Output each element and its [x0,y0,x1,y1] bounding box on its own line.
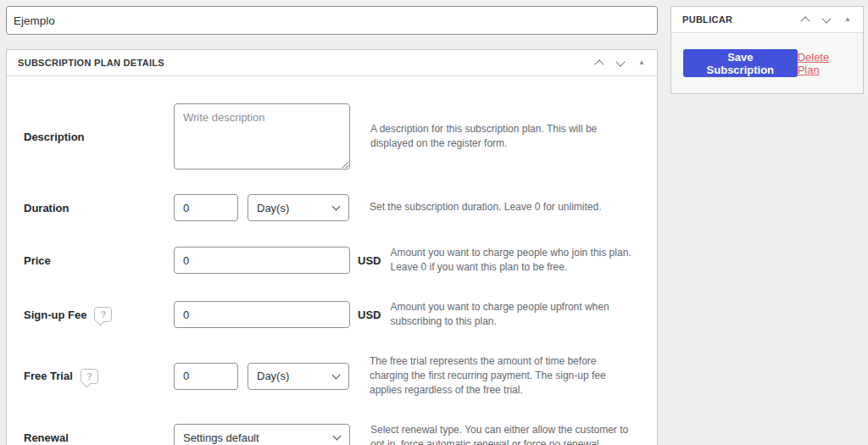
publish-header: PUBLICAR ▲ [671,7,863,33]
free-trial-value-input[interactable] [174,363,238,390]
price-label: Price [17,254,174,267]
duration-help-text: Set the subscription duration. Leave 0 f… [370,200,647,214]
publish-body: Save Subscription Delete Plan [671,33,863,93]
subscription-plan-details-metabox: SUBSCRIPTION PLAN DETAILS ▲ Description … [6,49,658,445]
signup-fee-field [174,301,350,328]
description-field [174,103,350,170]
move-up-icon[interactable] [800,16,810,25]
signup-fee-label: Sign-up Fee ? [17,307,174,322]
form-row-price: Price USD Amount you want to charge peop… [17,246,647,275]
duration-value-input[interactable] [174,194,238,221]
duration-unit-select[interactable]: Day(s) [248,194,349,221]
price-value-input[interactable] [174,247,350,274]
duration-label: Duration [17,202,174,214]
publish-metabox: PUBLICAR ▲ Save Subscription Delete Plan [670,6,864,94]
chevron-down-icon [332,370,341,379]
form-row-renewal: Renewal Settings default Select renewal … [17,423,647,445]
form-row-free-trial: Free Trial ? Day(s) The free trial repre… [17,354,647,398]
free-trial-label: Free Trial ? [17,369,174,384]
signup-fee-help-text: Amount you want to charge people upfront… [390,300,647,330]
renewal-label: Renewal [17,431,174,444]
signup-fee-currency-label: USD [358,309,381,321]
collapse-toggle-icon[interactable]: ▲ [844,16,851,23]
form-row-duration: Duration Day(s) Set the subscription dur… [17,194,647,221]
signup-fee-value-input[interactable] [174,301,350,328]
metabox-title: SUBSCRIPTION PLAN DETAILS [18,58,164,68]
description-label: Description [17,131,174,143]
metabox-body: Description A description for this subsc… [7,76,657,445]
free-trial-field: Day(s) [174,363,349,390]
move-up-icon[interactable] [594,59,604,69]
publish-handle-actions: ▲ [802,14,851,25]
page: SUBSCRIPTION PLAN DETAILS ▲ Description … [0,0,868,445]
help-tooltip-icon[interactable]: ? [81,369,98,384]
move-down-icon[interactable] [821,14,831,23]
description-textarea[interactable] [174,103,350,170]
free-trial-help-text: The free trial represents the amount of … [370,354,647,398]
renewal-field: Settings default [174,424,350,445]
price-field [174,247,350,274]
price-help-text: Amount you want to charge people who joi… [390,246,647,275]
renewal-select[interactable]: Settings default [174,424,350,445]
duration-field: Day(s) [174,194,349,221]
form-row-signup-fee: Sign-up Fee ? USD Amount you want to cha… [17,300,647,330]
move-down-icon[interactable] [615,57,625,66]
metabox-handle-actions: ▲ [596,58,645,68]
description-help-text: A description for this subscription plan… [370,122,647,152]
save-subscription-button[interactable]: Save Subscription [683,49,798,77]
form-row-description: Description A description for this subsc… [17,103,647,170]
renewal-help-text: Select renewal type. You can either allo… [370,423,647,445]
help-tooltip-icon[interactable]: ? [94,307,112,322]
collapse-toggle-icon[interactable]: ▲ [638,59,645,66]
delete-plan-link[interactable]: Delete Plan [798,51,852,76]
plan-title-input[interactable] [6,6,658,35]
price-currency-label: USD [358,254,381,267]
chevron-down-icon [332,203,341,211]
chevron-down-icon [333,432,342,441]
publish-title: PUBLICAR [682,14,732,25]
free-trial-unit-select[interactable]: Day(s) [248,363,349,390]
metabox-header: SUBSCRIPTION PLAN DETAILS ▲ [7,50,657,76]
